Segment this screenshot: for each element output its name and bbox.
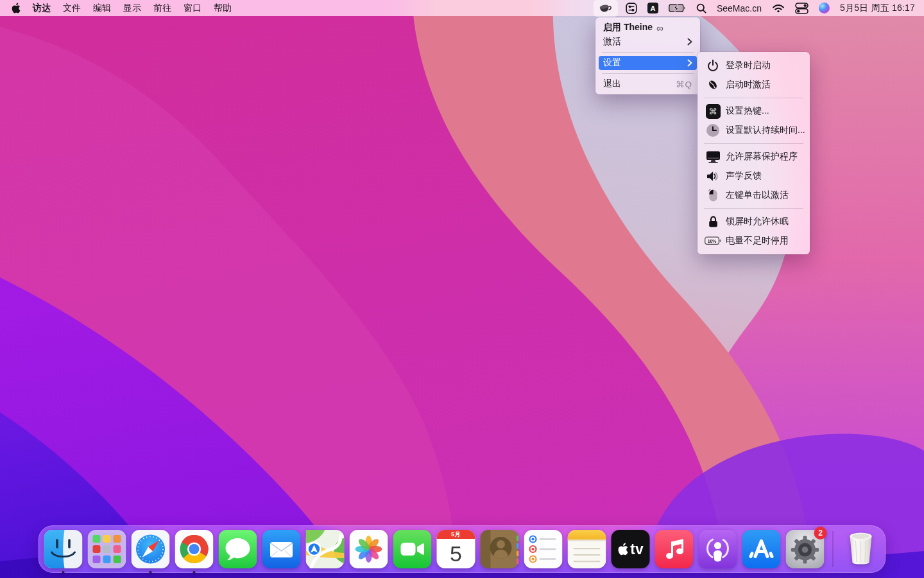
spotlight-search-icon xyxy=(696,3,706,13)
sliders-panel-icon xyxy=(626,3,637,14)
dock-item-trash[interactable] xyxy=(842,530,880,568)
menu-file[interactable]: 文件 xyxy=(63,3,81,14)
dock-item-podcasts[interactable] xyxy=(699,530,737,568)
battery-low-icon: 10% xyxy=(705,236,721,245)
apple-logo-icon xyxy=(12,3,21,13)
menu-go[interactable]: 前往 xyxy=(153,3,171,14)
running-indicator xyxy=(193,571,196,574)
submenu-item-set-hotkey[interactable]: ⌘ 设置热键... xyxy=(701,101,807,121)
submenu-label: 锁屏时允许休眠 xyxy=(726,216,789,227)
dock-item-photos[interactable] xyxy=(350,530,388,568)
appstore-icon xyxy=(742,530,781,568)
appletv-label: tv xyxy=(630,542,643,557)
dock-item-chrome[interactable] xyxy=(175,530,214,568)
dock-separator xyxy=(833,531,834,567)
running-indicator xyxy=(62,571,65,574)
maps-icon xyxy=(306,530,345,568)
dock-item-messages[interactable] xyxy=(219,530,257,568)
dock-item-calendar[interactable]: 5月 5 xyxy=(437,530,475,568)
menu-help[interactable]: 帮助 xyxy=(214,3,232,14)
dock-item-safari[interactable] xyxy=(132,530,170,568)
submenu-item-left-click-activate[interactable]: 左键单击以激活 xyxy=(701,186,807,205)
theine-menu: 启用 Theine ∞ 激活 设置 退出 ⌘Q xyxy=(595,17,700,94)
submenu-item-activate-on-launch[interactable]: 启动时激活 xyxy=(701,75,807,94)
command-key-icon: ⌘ xyxy=(705,104,721,119)
submenu-label: 声学反馈 xyxy=(726,170,762,182)
submenu-label: 电量不足时停用 xyxy=(726,235,789,247)
dock-item-reminders[interactable] xyxy=(524,530,563,568)
dock-item-music[interactable] xyxy=(655,530,694,568)
enable-theine-label: 启用 Theine xyxy=(603,22,653,33)
control-center-menubar-item[interactable] xyxy=(795,1,809,15)
dock-item-appstore[interactable] xyxy=(742,530,781,568)
theine-menubar-button[interactable] xyxy=(594,0,618,17)
network-name-menubar-item[interactable]: SeeMac.cn xyxy=(717,3,762,13)
menu-bar: 访达 文件 编辑 显示 前往 窗口 帮助 A xyxy=(0,0,924,16)
menu-separator xyxy=(602,52,694,53)
submenu-item-default-duration[interactable]: 设置默认持续时间... xyxy=(701,121,807,140)
menu-separator xyxy=(704,208,803,209)
chevron-right-icon xyxy=(687,59,692,67)
menu-item-enable-theine[interactable]: 启用 Theine ∞ xyxy=(599,21,697,35)
control-center-icon xyxy=(795,3,809,14)
menu-separator xyxy=(704,143,803,144)
submenu-item-launch-at-login[interactable]: 登录时启动 xyxy=(701,56,807,75)
submenu-label: 设置默认持续时间... xyxy=(726,125,805,136)
panel-switcher-menubar-item[interactable] xyxy=(626,1,637,15)
apple-menu[interactable] xyxy=(12,1,21,15)
display-icon xyxy=(705,150,721,163)
siri-menubar-item[interactable] xyxy=(819,3,830,13)
clock-menubar-item[interactable]: 5月5日 周五 16:17 xyxy=(840,3,915,14)
submenu-item-allow-screensaver[interactable]: 允许屏幕保护程序 xyxy=(701,147,807,166)
coffee-cup-icon xyxy=(599,3,613,13)
battery-menubar-item[interactable] xyxy=(669,1,686,15)
submenu-label: 允许屏幕保护程序 xyxy=(726,151,798,162)
coffee-bean-icon xyxy=(705,78,721,91)
quit-shortcut: ⌘Q xyxy=(676,79,692,89)
submenu-item-allow-sleep-on-lock[interactable]: 锁屏时允许休眠 xyxy=(701,212,807,231)
lock-icon xyxy=(705,215,721,229)
dock-item-appletv[interactable]: tv xyxy=(612,530,650,568)
dock-item-finder[interactable] xyxy=(44,530,83,568)
submenu-label: 左键单击以激活 xyxy=(726,189,789,201)
power-icon xyxy=(705,59,721,72)
dock-item-contacts[interactable] xyxy=(481,530,519,568)
submenu-label: 设置热键... xyxy=(726,105,769,117)
submenu-item-acoustic-feedback[interactable]: 声学反馈 xyxy=(701,166,807,186)
submenu-item-disable-on-low-battery[interactable]: 10% 电量不足时停用 xyxy=(701,231,807,250)
input-method-menubar-item[interactable]: A xyxy=(647,3,658,13)
menu-separator xyxy=(602,73,694,74)
finder-icon xyxy=(44,530,83,568)
mouse-icon xyxy=(705,189,721,202)
wifi-icon xyxy=(772,3,785,13)
chrome-icon xyxy=(175,530,214,568)
wifi-menubar-item[interactable] xyxy=(772,1,785,15)
menu-item-settings[interactable]: 设置 xyxy=(599,56,697,70)
dock-item-maps[interactable] xyxy=(306,530,345,568)
battery-percent-text: 10% xyxy=(708,239,717,243)
menu-window[interactable]: 窗口 xyxy=(184,3,201,14)
reminders-icon xyxy=(524,530,563,568)
activate-label: 激活 xyxy=(603,36,621,48)
speaker-icon xyxy=(705,171,721,182)
dock-item-system-settings[interactable]: 2 xyxy=(786,530,825,568)
dock-item-mail[interactable] xyxy=(262,530,301,568)
spotlight-menubar-item[interactable] xyxy=(696,1,706,15)
trash-icon xyxy=(842,530,880,568)
menu-item-quit[interactable]: 退出 ⌘Q xyxy=(599,77,697,91)
submenu-label: 启动时激活 xyxy=(726,79,771,91)
dock-item-facetime[interactable] xyxy=(393,530,432,568)
active-app-menu[interactable]: 访达 xyxy=(33,3,51,14)
menu-view[interactable]: 显示 xyxy=(123,3,141,14)
dock-item-launchpad[interactable] xyxy=(88,530,126,568)
dock-item-notes[interactable] xyxy=(568,530,606,568)
menu-edit[interactable]: 编辑 xyxy=(93,3,111,14)
mail-icon xyxy=(262,530,301,568)
messages-icon xyxy=(219,530,257,568)
infinity-icon: ∞ xyxy=(656,22,663,33)
menu-item-activate[interactable]: 激活 xyxy=(599,35,697,49)
contacts-icon xyxy=(481,530,519,568)
safari-icon xyxy=(132,530,170,568)
notes-icon xyxy=(568,530,606,568)
clock-icon xyxy=(705,124,721,137)
